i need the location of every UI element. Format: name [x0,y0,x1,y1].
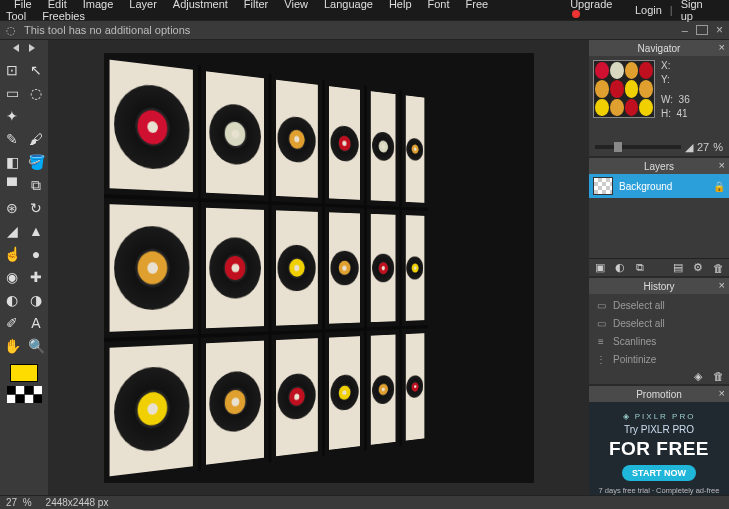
hand-icon[interactable]: ✋ [2,336,22,356]
history-tag-icon[interactable]: ◈ [691,370,705,382]
sponge-icon[interactable]: ● [26,244,46,264]
menu-language[interactable]: Language [316,0,381,13]
navigator-close-icon[interactable]: × [719,41,725,53]
minimize-icon[interactable]: – [682,24,688,36]
toolbox: ⊡↖▭◌✦✎🖌◧🪣▀⧉⊛↻◢▲☝●◉✚◐◑✐A✋🔍 [0,40,48,495]
menu-layer[interactable]: Layer [121,0,165,13]
promotion-panel: Promotion× ◈ PIXLR PRO Try PIXLR PRO FOR… [589,386,729,509]
trash-icon[interactable]: 🗑 [711,262,725,274]
layer-row-background[interactable]: Background 🔒 [589,174,729,198]
lasso-icon[interactable]: ◌ [26,83,46,103]
history-close-icon[interactable]: × [719,279,725,291]
gradient-icon[interactable]: ▀ [2,175,22,195]
brush-icon[interactable]: 🖌 [26,129,46,149]
settings-icon[interactable]: ⚙ [691,262,705,274]
clone-icon[interactable]: ⧉ [26,175,46,195]
history-panel: History× ▭Deselect all▭Deselect all≡Scan… [589,278,729,384]
navigator-zoom-slider[interactable]: ◢ 27 % [589,138,729,156]
blur-icon[interactable]: ▲ [26,221,46,241]
navigator-thumbnail[interactable] [593,60,655,118]
new-layer-icon[interactable]: ▣ [593,262,607,274]
upgrade-badge-icon [572,10,580,18]
history-item[interactable]: ≡Scanlines [589,332,729,350]
wand-icon[interactable]: ✦ [2,106,22,126]
promotion-close-icon[interactable]: × [719,387,725,399]
navigator-title: Navigator [638,43,681,54]
history-trash-icon[interactable]: 🗑 [711,370,725,382]
stamp-icon[interactable]: ⊛ [2,198,22,218]
marquee-icon[interactable]: ▭ [2,83,22,103]
crop-icon[interactable]: ⊡ [2,60,22,80]
canvas-area[interactable] [48,40,589,495]
type-icon[interactable]: A [26,313,46,333]
options-text: This tool has no additional options [24,24,190,36]
layers-close-icon[interactable]: × [719,159,725,171]
close-icon[interactable]: × [716,23,723,37]
mask-icon[interactable]: ◐ [613,262,627,274]
signup-link[interactable]: Sign up [675,0,723,25]
pinch-icon[interactable]: ◑ [26,290,46,310]
status-bar: 27 % 2448x2448 px [0,495,729,509]
history-item[interactable]: ⋮Pointinize [589,350,729,368]
bucket-icon[interactable]: 🪣 [26,152,46,172]
redeye-icon[interactable]: ◉ [2,267,22,287]
zoom-icon[interactable]: 🔍 [26,336,46,356]
promo-headline: FOR FREE [609,438,709,460]
menu-font[interactable]: Font [420,0,458,13]
restore-icon[interactable] [696,25,708,35]
layer-label: Background [619,181,672,192]
move-icon[interactable]: ↖ [26,60,46,80]
tool-next-icon[interactable] [29,44,35,52]
layers-title: Layers [644,161,674,172]
menu-adjustment[interactable]: Adjustment [165,0,236,13]
history-item[interactable]: ▭Deselect all [589,296,729,314]
picker-icon[interactable]: ✐ [2,313,22,333]
menu-bar: FileEditImageLayerAdjustmentFilterViewLa… [0,0,729,20]
tool-prev-icon[interactable] [13,44,19,52]
canvas[interactable] [104,53,534,483]
layer-up-icon[interactable]: ▤ [671,262,685,274]
promo-logo: ◈ PIXLR PRO [623,412,696,421]
eraser-icon[interactable]: ◧ [2,152,22,172]
swatch-grid[interactable] [7,386,42,403]
status-dimensions: 2448x2448 px [46,497,109,508]
heal-icon[interactable]: ✚ [26,267,46,287]
history-title: History [643,281,674,292]
menu-upgrade[interactable]: Upgrade [562,0,629,25]
drawing-icon[interactable]: ◢ [2,221,22,241]
current-tool-icon: ◌ [6,24,16,37]
login-link[interactable]: Login [629,1,668,19]
zoom-value: 27 [697,141,709,153]
navigator-panel: Navigator× X: Y: W: 36 H: 41 ◢ 27 % [589,40,729,156]
layers-panel: Layers× Background 🔒 ▣ ◐ ⧉ ▤ ⚙ 🗑 [589,158,729,276]
bloat-icon[interactable]: ◐ [2,290,22,310]
foreground-swatch[interactable] [10,364,38,382]
menu-freebies[interactable]: Freebies [34,7,93,25]
layer-thumb-icon [593,177,613,195]
duplicate-icon[interactable]: ⧉ [633,262,647,274]
promotion-title: Promotion [636,389,682,400]
lock-icon[interactable]: 🔒 [713,181,725,192]
history-item[interactable]: ▭Deselect all [589,314,729,332]
smudge-icon[interactable]: ☝ [2,244,22,264]
menu-filter[interactable]: Filter [236,0,276,13]
promo-start-button[interactable]: START NOW [622,465,696,481]
replace-icon[interactable]: ↻ [26,198,46,218]
zoom-fit-icon[interactable]: ◢ [685,141,693,154]
menu-view[interactable]: View [276,0,316,13]
menu-help[interactable]: Help [381,0,420,13]
pencil-icon[interactable]: ✎ [2,129,22,149]
